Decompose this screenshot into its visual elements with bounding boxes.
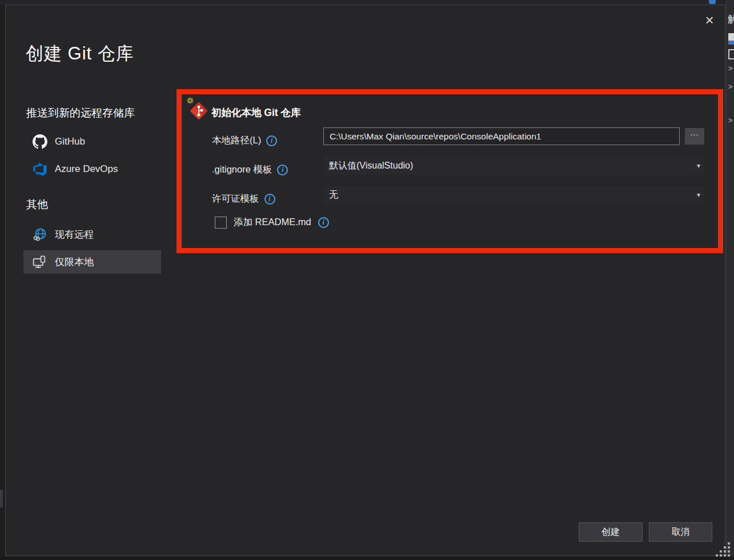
license-template-dropdown[interactable]: 无 ▾: [323, 186, 705, 204]
screen: 解 > > > × 创建 Git 仓库 推送到新的远程存储库 GitHub Az…: [0, 0, 734, 560]
cancel-button[interactable]: 取消: [649, 522, 712, 542]
chevron-right-icon: >: [728, 116, 733, 125]
license-template-value: 无: [329, 189, 338, 201]
gitignore-label-row: .gitignore 模板 i: [212, 161, 288, 178]
background-titlebar-strip: [0, 0, 734, 5]
sidebar-item-local-only[interactable]: 仅限本地: [23, 250, 161, 274]
partial-document-icon: [728, 49, 734, 59]
left-edge-notch: [0, 490, 3, 507]
local-computer-icon: [32, 254, 47, 270]
add-readme-label: 添加 README.md: [234, 216, 311, 229]
local-path-label: 本地路径(L): [212, 134, 261, 147]
chevron-down-icon: ▾: [697, 191, 700, 199]
info-icon[interactable]: i: [277, 165, 288, 175]
readme-row: 添加 README.md i: [215, 215, 329, 229]
globe-icon: [32, 227, 47, 242]
sidebar-item-existing-remote[interactable]: 现有远程: [32, 226, 94, 243]
sidebar-section-push-remote: 推送到新的远程存储库: [26, 106, 135, 121]
init-git-repository-icon: [185, 97, 210, 122]
license-label: 许可证模板: [212, 193, 259, 205]
chevron-down-icon: ▾: [697, 162, 700, 170]
background-titlebar-icon: [709, 0, 716, 4]
sidebar-item-label: 现有远程: [55, 228, 94, 241]
dialog-title: 创建 Git 仓库: [26, 42, 134, 66]
browse-button[interactable]: ...: [685, 128, 704, 145]
partial-icon: [728, 33, 734, 45]
gitignore-template-value: 默认值(VisualStudio): [329, 160, 413, 172]
chevron-right-icon: >: [728, 82, 733, 91]
form-header: 初始化本地 Git 仓库: [211, 106, 301, 119]
partial-text: 解: [728, 13, 734, 26]
local-path-label-row: 本地路径(L) i: [212, 132, 277, 149]
azure-devops-icon: [33, 162, 47, 177]
info-icon[interactable]: i: [264, 194, 275, 205]
sidebar-item-azure-devops[interactable]: Azure DevOps: [33, 161, 118, 178]
license-label-row: 许可证模板 i: [212, 190, 275, 207]
local-path-input[interactable]: [323, 127, 680, 145]
gitignore-label: .gitignore 模板: [212, 163, 272, 176]
sidebar-item-label: Azure DevOps: [55, 163, 118, 175]
github-icon: [33, 134, 47, 149]
sidebar-item-label: 仅限本地: [55, 255, 94, 269]
background-solution-explorer-strip: 解 > > >: [726, 0, 734, 560]
background-bottom-strip: [0, 557, 734, 560]
sidebar-section-other: 其他: [26, 197, 48, 212]
create-button[interactable]: 创建: [579, 522, 643, 542]
info-icon[interactable]: i: [266, 135, 277, 146]
create-git-repository-dialog: × 创建 Git 仓库 推送到新的远程存储库 GitHub Azure DevO…: [5, 5, 725, 556]
add-readme-checkbox[interactable]: [215, 217, 227, 229]
chevron-right-icon: >: [728, 64, 733, 73]
info-icon[interactable]: i: [318, 217, 329, 228]
close-icon: ×: [705, 11, 713, 29]
sidebar-item-label: GitHub: [55, 136, 85, 147]
sidebar-item-github[interactable]: GitHub: [33, 133, 85, 150]
gitignore-template-dropdown[interactable]: 默认值(VisualStudio) ▾: [323, 157, 705, 175]
resize-grip[interactable]: [715, 542, 731, 558]
close-button[interactable]: ×: [700, 11, 719, 29]
